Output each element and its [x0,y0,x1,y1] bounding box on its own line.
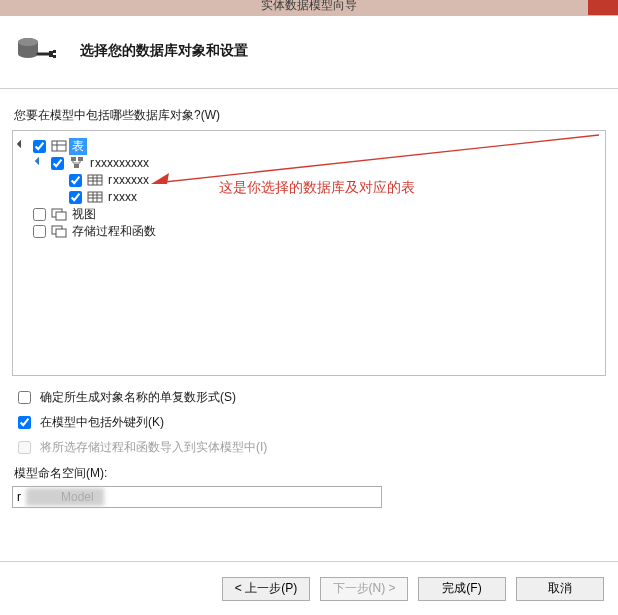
svg-rect-11 [78,157,83,161]
svg-rect-12 [74,164,79,168]
svg-rect-10 [71,157,76,161]
views-icon [51,207,67,221]
checkbox-schema[interactable] [51,157,64,170]
tree-label-tables[interactable]: 表 [69,138,87,155]
annotation-text: 这是你选择的数据库及对应的表 [219,179,415,197]
option-plural[interactable]: 确定所生成对象名称的单复数形式(S) [14,388,606,407]
tree-label-views[interactable]: 视图 [69,206,99,223]
table-icon [87,190,103,204]
tree-node-procs[interactable]: 存储过程和函数 [17,223,601,239]
svg-rect-4 [53,55,56,58]
namespace-input[interactable] [12,486,382,508]
divider [0,88,618,89]
expand-icon[interactable] [35,158,45,168]
checkbox-table-item[interactable] [69,174,82,187]
cancel-button[interactable]: 取消 [516,577,604,601]
object-tree[interactable]: 这是你选择的数据库及对应的表 表 [12,130,606,376]
table-icon [87,173,103,187]
option-import: 将所选存储过程和函数导入到实体模型中(I) [14,438,606,457]
label-import: 将所选存储过程和函数导入到实体模型中(I) [40,439,267,456]
svg-rect-13 [88,175,102,185]
svg-rect-2 [49,51,53,57]
checkbox-plural[interactable] [18,391,31,404]
wizard-header: 选择您的数据库对象和设置 [0,16,618,88]
schema-icon [69,156,85,170]
option-fk[interactable]: 在模型中包括外键列(K) [14,413,606,432]
tree-node-views[interactable]: 视图 [17,206,601,222]
checkbox-procs[interactable] [33,225,46,238]
database-icon [16,36,60,66]
svg-rect-18 [88,192,102,202]
namespace-label: 模型命名空间(M): [14,465,606,482]
button-bar: < 上一步(P) 下一步(N) > 完成(F) 取消 [0,561,618,615]
checkbox-import [18,441,31,454]
close-button[interactable] [588,0,618,15]
tables-icon [51,139,67,153]
expand-icon[interactable] [17,141,27,151]
checkbox-table-item[interactable] [69,191,82,204]
tree-label-schema[interactable]: rxxxxxxxxx [87,156,152,170]
prompt-label: 您要在模型中包括哪些数据库对象?(W) [14,107,606,124]
label-plural: 确定所生成对象名称的单复数形式(S) [40,389,236,406]
procs-icon [51,224,67,238]
svg-point-1 [18,38,38,46]
svg-rect-24 [56,212,66,220]
tree-label-table-item[interactable]: rxxxxxx [105,173,152,187]
next-button: 下一步(N) > [320,577,408,601]
label-fk: 在模型中包括外键列(K) [40,414,164,431]
page-title: 选择您的数据库对象和设置 [80,42,248,60]
checkbox-fk[interactable] [18,416,31,429]
svg-rect-3 [53,50,56,53]
svg-rect-26 [56,229,66,237]
finish-button[interactable]: 完成(F) [418,577,506,601]
prev-button[interactable]: < 上一步(P) [222,577,310,601]
tree-label-procs[interactable]: 存储过程和函数 [69,223,159,240]
svg-rect-7 [52,141,66,151]
tree-label-table-item[interactable]: rxxxx [105,190,140,204]
title-bar: 实体数据模型向导 [0,0,618,16]
checkbox-views[interactable] [33,208,46,221]
checkbox-tables[interactable] [33,140,46,153]
window-title: 实体数据模型向导 [261,0,357,12]
